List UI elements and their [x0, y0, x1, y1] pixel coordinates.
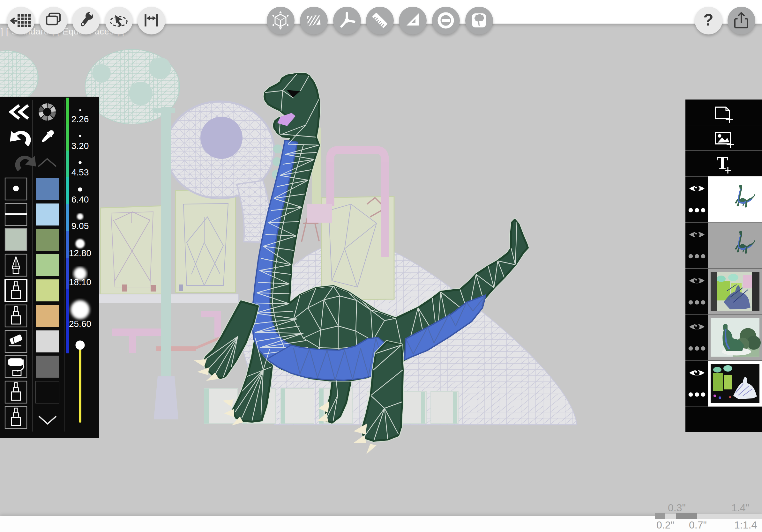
svg-text:6.40: 6.40 [71, 195, 89, 204]
svg-text:12.80: 12.80 [69, 248, 91, 258]
svg-text:2.26: 2.26 [71, 114, 89, 124]
svg-text:4.53: 4.53 [71, 167, 89, 177]
svg-text:9.05: 9.05 [71, 221, 89, 231]
svg-text:3.20: 3.20 [71, 141, 89, 151]
svg-text:18.10: 18.10 [69, 277, 91, 287]
svg-text:?: ? [703, 11, 714, 29]
svg-text:25.60: 25.60 [69, 319, 91, 329]
